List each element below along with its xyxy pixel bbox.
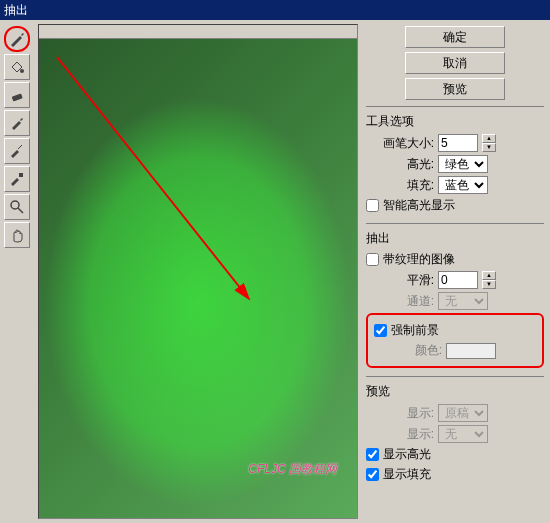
hand-tool[interactable] xyxy=(4,222,30,248)
image-canvas[interactable]: CFLJC 国教程网 xyxy=(38,24,358,519)
show-label: 显示: xyxy=(374,405,434,422)
tool-options-section: 工具选项 画笔大小: ▲▼ 高光: 绿色 填充: 蓝色 智能高光显示 xyxy=(366,106,544,217)
highlight-color-label: 高光: xyxy=(374,156,434,173)
smooth-label: 平滑: xyxy=(374,272,434,289)
edge-touchup-tool[interactable] xyxy=(4,166,30,192)
options-panel: 确定 取消 预览 工具选项 画笔大小: ▲▼ 高光: 绿色 填充: 蓝色 智能高… xyxy=(364,24,546,519)
color-label: 颜色: xyxy=(382,342,442,359)
channel-label: 通道: xyxy=(374,293,434,310)
brush-size-label: 画笔大小: xyxy=(374,135,434,152)
tool-options-title: 工具选项 xyxy=(366,113,544,130)
force-foreground-checkbox[interactable] xyxy=(374,324,387,337)
smooth-input[interactable] xyxy=(438,271,478,289)
smart-highlight-label: 智能高光显示 xyxy=(383,197,455,214)
smart-highlight-checkbox[interactable] xyxy=(366,199,379,212)
show-select: 原稿 xyxy=(438,404,488,422)
smooth-spinner[interactable]: ▲▼ xyxy=(482,271,496,289)
eyedropper-tool[interactable] xyxy=(4,110,30,136)
preview-section-title: 预览 xyxy=(366,383,544,400)
fill-color-select[interactable]: 蓝色 xyxy=(438,176,488,194)
extract-title: 抽出 xyxy=(366,230,544,247)
force-foreground-highlight: 强制前景 颜色: xyxy=(366,313,544,368)
channel-select: 无 xyxy=(438,292,488,310)
ok-button[interactable]: 确定 xyxy=(405,26,505,48)
force-foreground-label: 强制前景 xyxy=(391,322,439,339)
textured-image-label: 带纹理的图像 xyxy=(383,251,455,268)
fill-tool[interactable] xyxy=(4,54,30,80)
canvas-ruler xyxy=(39,25,357,39)
textured-image-checkbox[interactable] xyxy=(366,253,379,266)
watermark-text: CFLJC 国教程网 xyxy=(248,461,337,478)
svg-line-4 xyxy=(18,208,23,213)
show-highlight-checkbox[interactable] xyxy=(366,448,379,461)
highlight-overlay xyxy=(39,39,357,518)
svg-rect-1 xyxy=(12,93,23,101)
preview-section: 预览 显示: 原稿 显示: 无 显示高光 显示填充 xyxy=(366,376,544,486)
preview-image: CFLJC 国教程网 xyxy=(39,39,357,518)
show-fill-checkbox[interactable] xyxy=(366,468,379,481)
eraser-tool[interactable] xyxy=(4,82,30,108)
display-select: 无 xyxy=(438,425,488,443)
fill-color-label: 填充: xyxy=(374,177,434,194)
display-label: 显示: xyxy=(374,426,434,443)
brush-size-spinner[interactable]: ▲▼ xyxy=(482,134,496,152)
edge-highlighter-tool[interactable] xyxy=(4,26,30,52)
zoom-tool[interactable] xyxy=(4,194,30,220)
show-highlight-label: 显示高光 xyxy=(383,446,431,463)
svg-point-3 xyxy=(11,201,19,209)
brush-size-input[interactable] xyxy=(438,134,478,152)
show-fill-label: 显示填充 xyxy=(383,466,431,483)
extract-section: 抽出 带纹理的图像 平滑: ▲▼ 通道: 无 强制前景 颜色: xyxy=(366,223,544,370)
highlight-color-select[interactable]: 绿色 xyxy=(438,155,488,173)
svg-rect-2 xyxy=(19,173,23,177)
foreground-color-swatch[interactable] xyxy=(446,343,496,359)
window-title: 抽出 xyxy=(4,2,28,19)
cleanup-tool[interactable] xyxy=(4,138,30,164)
toolbar xyxy=(4,24,32,519)
svg-point-0 xyxy=(20,69,24,73)
preview-button[interactable]: 预览 xyxy=(405,78,505,100)
cancel-button[interactable]: 取消 xyxy=(405,52,505,74)
